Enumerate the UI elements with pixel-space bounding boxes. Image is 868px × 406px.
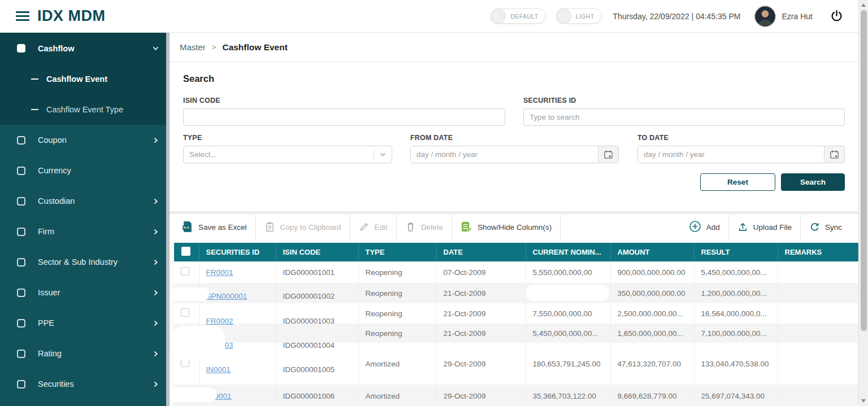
- table-body: FR0001 IDG000001001 Reopening 07-Oct-200…: [174, 261, 858, 406]
- square-icon: [17, 289, 25, 297]
- from-date-calendar-button[interactable]: [598, 146, 618, 163]
- securities-id-link[interactable]: SPN000001: [206, 292, 248, 300]
- table-columns-icon: [461, 221, 472, 234]
- to-date-label: TO DATE: [637, 134, 845, 142]
- from-date-input[interactable]: [411, 146, 598, 163]
- securities-id-link[interactable]: FR0003: [206, 341, 233, 350]
- upload-file-button[interactable]: Upload File: [729, 215, 800, 241]
- chevron-right-icon: [152, 381, 159, 388]
- to-date-input[interactable]: [638, 146, 824, 163]
- sidebar-item-label: Custodian: [38, 197, 75, 206]
- chevron-right-icon: [152, 228, 159, 235]
- row-checkbox[interactable]: [181, 328, 189, 337]
- sidebar-item-currency[interactable]: Currency: [0, 155, 170, 186]
- chevron-right-icon: [152, 320, 159, 327]
- select-all-checkbox[interactable]: [181, 247, 190, 256]
- type-label: TYPE: [183, 134, 392, 142]
- securities-id-link[interactable]: PID001: [206, 392, 232, 400]
- pencil-icon: [359, 221, 370, 234]
- sidebar-item-label: Currency: [38, 166, 71, 175]
- add-button[interactable]: Add: [680, 215, 728, 241]
- isin-code-input[interactable]: [183, 108, 505, 126]
- menu-icon[interactable]: [16, 9, 29, 24]
- current-nominal-cell: 35,366,703,122.00: [526, 385, 610, 406]
- sidebar-item-ppe[interactable]: PPE: [0, 308, 170, 338]
- sidebar-item-coupon[interactable]: Coupon: [0, 125, 170, 155]
- table-row: PID001 IDG000001006 Amortized 29-Oct-200…: [174, 385, 858, 406]
- type-select[interactable]: Select...: [183, 146, 392, 163]
- show-hide-column-s--button[interactable]: Show/Hide Column(s): [452, 215, 560, 241]
- isin-code-cell: IDG000001003: [283, 317, 335, 325]
- amount-cell: 47,613,320,707.00: [610, 343, 694, 385]
- table-header-row: SECURITIES IDISIN CODETYPEDATECURRENT NO…: [174, 243, 858, 261]
- upload-icon: [737, 221, 748, 234]
- type-cell: Reopening: [358, 283, 436, 303]
- light-theme-toggle[interactable]: LIGHT: [556, 8, 602, 24]
- type-cell: Amortized: [358, 385, 436, 406]
- user-name: Ezra Hut: [782, 12, 813, 21]
- scrollbar-thumb[interactable]: [861, 10, 867, 331]
- user-avatar: [754, 6, 776, 27]
- sidebar-item-cashflow[interactable]: Cashflow: [0, 33, 170, 64]
- chevron-down-icon: [379, 151, 387, 158]
- sidebar-item-rating[interactable]: Rating: [0, 338, 170, 369]
- column-header: AMOUNT: [610, 243, 694, 261]
- svg-text:XLS: XLS: [183, 226, 189, 229]
- securities-id-input[interactable]: [523, 108, 845, 126]
- row-checkbox[interactable]: [181, 267, 189, 276]
- app-title: IDX MDM: [37, 7, 106, 25]
- save-as-excel-button[interactable]: XLS Save as Excel: [173, 215, 255, 241]
- to-date-calendar-button[interactable]: [824, 146, 844, 163]
- securities-id-link[interactable]: FR0002: [206, 317, 233, 325]
- dash-icon: [31, 109, 38, 111]
- scroll-up-arrow[interactable]: [861, 3, 866, 7]
- sidebar-item-firm[interactable]: Firm: [0, 216, 170, 247]
- remarks-cell: [778, 303, 858, 324]
- type-cell: Amortized: [358, 343, 436, 385]
- sidebar-item-label: Securities: [38, 379, 74, 388]
- search-button[interactable]: Search: [781, 173, 845, 191]
- dash-icon: [31, 78, 38, 80]
- sync-button[interactable]: Sync: [801, 215, 850, 241]
- row-checkbox[interactable]: [181, 391, 189, 399]
- excel-file-icon: XLS: [181, 221, 193, 234]
- column-header: REMARKS: [778, 243, 858, 261]
- power-button[interactable]: [830, 9, 844, 23]
- sidebar-item-label: Coupon: [38, 136, 67, 145]
- from-date-label: FROM DATE: [410, 134, 619, 142]
- row-checkbox[interactable]: [181, 308, 189, 317]
- column-header: ISIN CODE: [276, 243, 358, 261]
- table-row: FR0002 IDG000001003 Reopening 21-Oct-200…: [174, 303, 858, 324]
- page-scrollbar[interactable]: [858, 0, 868, 406]
- sidebar-item-label: PPE: [38, 318, 54, 328]
- reset-button[interactable]: Reset: [700, 173, 775, 191]
- row-checkbox[interactable]: [181, 359, 189, 367]
- sidebar-item-securities[interactable]: Securities: [0, 369, 170, 399]
- sidebar-subitem-cashflow-event[interactable]: Cashflow Event: [0, 64, 170, 94]
- securities-id-link[interactable]: IN0001: [206, 365, 231, 374]
- square-icon: [17, 350, 25, 358]
- toggle-label: LIGHT: [576, 13, 594, 20]
- sidebar-item-custodian[interactable]: Custodian: [0, 186, 170, 216]
- default-theme-toggle[interactable]: DEFAULT: [491, 8, 545, 24]
- amount-cell: 350,000,000,000.00: [610, 283, 694, 303]
- securities-id-link[interactable]: FR0001: [206, 268, 233, 277]
- scroll-down-arrow[interactable]: [861, 399, 866, 403]
- table-row: FR0001 IDG000001001 Reopening 07-Oct-200…: [174, 261, 858, 283]
- sidebar-item-label: Firm: [38, 227, 54, 236]
- square-icon: [17, 44, 25, 53]
- table-row: IN0001 IDG000001005 Amortized 29-Oct-200…: [174, 343, 858, 385]
- table-toolbar: XLS Save as Excel Copy to Clipboard Edit…: [170, 214, 858, 241]
- sidebar-item-issuer[interactable]: Issuer: [0, 277, 170, 308]
- square-icon: [17, 319, 25, 328]
- breadcrumb-parent[interactable]: Master: [180, 42, 206, 52]
- sidebar-group-cashflow: Cashflow Cashflow Event Cashflow Event T…: [0, 33, 170, 125]
- toggle-knob: [491, 8, 506, 24]
- sidebar-subitem-cashflow-event-type[interactable]: Cashflow Event Type: [0, 94, 170, 125]
- row-checkbox[interactable]: [181, 288, 189, 296]
- sidebar-item-sector-sub-industry[interactable]: Sector & Sub Industry: [0, 247, 170, 277]
- column-header: TYPE: [358, 243, 436, 261]
- sidebar-subitem-label: Cashflow Event Type: [46, 105, 123, 114]
- current-nominal-cell: 6,550,000,000,00: [526, 283, 610, 303]
- chevron-right-icon: [152, 259, 159, 266]
